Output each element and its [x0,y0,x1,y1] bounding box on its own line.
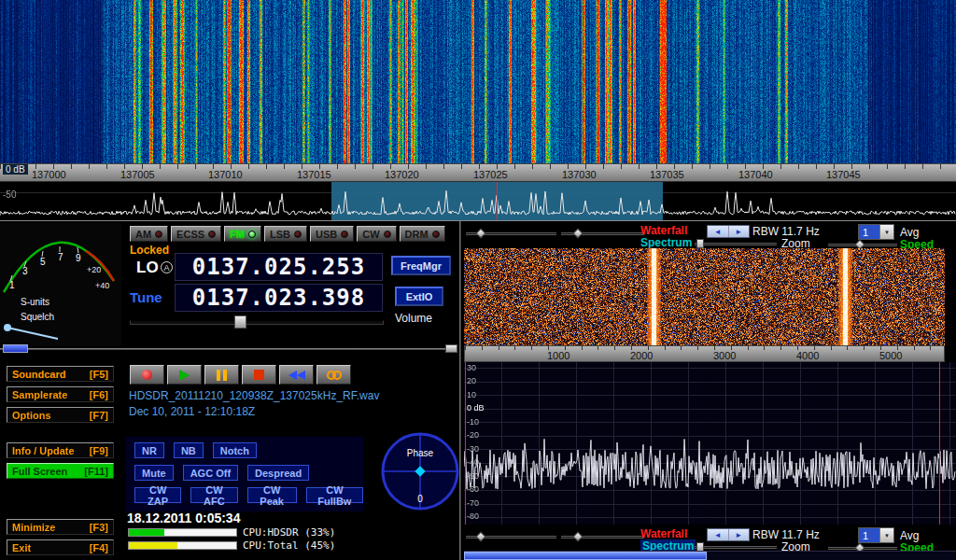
mode-button-fm[interactable]: FM [224,226,261,242]
squelch-slider[interactable] [3,344,28,353]
freq-scale-label: 1000 [547,350,569,361]
recording-date: Dec 10, 2011 - 12:10:18Z [129,405,255,418]
dsp-button-cw-zap[interactable]: CW ZAP [134,487,181,503]
slider-thumb[interactable] [572,228,583,238]
freq-scale-label: 137030 [562,169,597,180]
lo-a-badge[interactable]: A [161,261,173,273]
spectrum-toggle-top[interactable]: Spectrum [640,236,692,249]
loop-button[interactable] [316,365,351,385]
mode-label: LSB [270,229,290,240]
left-arrow-icon[interactable]: ◄ [708,529,729,540]
rewind-button[interactable] [279,365,314,385]
menu-button-samplerate[interactable]: Samplerate[F6] [7,386,114,402]
left-arrow-icon[interactable]: ◄ [708,226,729,237]
dsp-button-despread[interactable]: Despread [247,465,309,481]
slider-thumb[interactable] [696,239,704,248]
waterfall-brightness-slider-top[interactable] [466,229,556,239]
phase-value: 0 [417,494,423,504]
s-meter-plus40: +40 [95,281,109,290]
slider-track [695,546,777,549]
waterfall-contrast-slider-top[interactable] [561,229,644,239]
menu-button-fullscreen[interactable]: Full Screen[F11] [7,463,114,479]
s-meter-needle-hub [4,324,11,331]
splitter-handle[interactable] [445,344,457,353]
left-panel-separator [0,348,457,350]
hdsdr-window: { "app": {"name": "HDSDR"}, "top_panel":… [0,0,956,560]
freq-scale-label: 137005 [120,169,155,180]
avg-select-value[interactable]: 1 [859,528,879,542]
play-button[interactable] [167,365,202,385]
avg-select-top[interactable]: 1 ▼ [858,224,894,240]
mode-button-ecss[interactable]: ECSS [171,226,221,242]
menu-button-minimize[interactable]: Minimize[F3] [7,519,114,535]
avg-select-bottom[interactable]: 1 ▼ [858,527,894,543]
db-axis-label: -60 [467,484,479,494]
dsp-button-cw-peak[interactable]: CW Peak [247,487,297,503]
dsp-button-cw-fullbw[interactable]: CW FullBw [306,487,363,503]
freq-scale-label: 5000 [879,350,902,361]
upper-spectrum-display[interactable]: -50 [0,182,956,220]
menu-button-soundcard[interactable]: Soundcard[F5] [7,366,114,382]
mode-button-cw[interactable]: CW [357,226,396,242]
avg-select-value[interactable]: 1 [859,225,879,239]
lo-label: LO [136,259,159,277]
spectrum-pan-scrollbar[interactable] [464,551,956,560]
freqmgr-button[interactable]: FreqMgr [391,256,451,275]
volume-slider[interactable] [130,315,384,329]
mode-button-am[interactable]: AM [130,226,168,242]
upper-waterfall-display[interactable] [0,0,956,163]
slider-thumb[interactable] [475,531,485,541]
menu-key: [F5] [90,369,108,380]
pause-button[interactable] [204,365,239,385]
freq-scale-label: 137035 [650,169,684,180]
chevron-down-icon[interactable]: ▼ [879,528,893,542]
dsp-button-mute[interactable]: Mute [134,465,174,481]
menu-button-exit[interactable]: Exit[F4] [7,539,114,555]
play-icon [179,370,190,381]
extio-button[interactable]: ExtIO [395,287,443,306]
s-meter-tick-5: 5 [40,257,46,267]
lower-frequency-scale[interactable]: 1000 2000 3000 4000 5000 [464,345,945,362]
menu-button-info-update[interactable]: Info / Update[F9] [7,442,114,458]
mode-button-usb[interactable]: USB [310,226,354,242]
tune-frequency-display[interactable]: 0137.023.398 [175,284,383,312]
mode-button-lsb[interactable]: LSB [264,226,307,242]
dsp-button-agc-off[interactable]: AGC Off [183,465,238,481]
freq-scale-label: 137010 [208,169,243,180]
lower-waterfall-display[interactable] [464,248,945,345]
record-button[interactable] [130,365,164,385]
freq-scale-label: 4000 [796,350,819,361]
menu-button-options[interactable]: Options[F7] [7,407,114,423]
scrollbar-thumb[interactable] [464,552,707,560]
waterfall-toggle-top[interactable]: Waterfall [640,224,687,237]
dsp-button-nb[interactable]: NB [174,442,204,458]
db-axis-label: -70 [467,498,479,508]
waterfall-brightness-slider-bottom[interactable] [466,532,556,542]
mode-led [155,231,162,238]
menu-label: Options [12,410,51,421]
menu-label: Full Screen [12,466,67,477]
upper-frequency-scale[interactable]: 137000 137005 137010 137015 137020 13702… [0,163,956,182]
mode-led [341,231,348,238]
mode-button-drm[interactable]: DRM [400,226,445,242]
lo-frequency-display[interactable]: 0137.025.253 [175,253,383,281]
slider-thumb[interactable] [475,228,485,238]
lower-spectrum-canvas [464,362,956,525]
menu-key: [F4] [90,542,108,553]
db-axis-label: 10 [467,390,476,399]
display-split-arrows-top: ◄ ► [707,225,750,238]
slider-thumb[interactable] [572,531,583,541]
volume-slider-thumb[interactable] [234,315,246,329]
right-arrow-icon[interactable]: ► [729,226,750,237]
lower-spectrum-display[interactable]: 30 20 10 0 dB -10 -20 -30 -40 -50 -60 -7… [464,362,956,525]
stop-button[interactable] [242,365,276,385]
right-arrow-icon[interactable]: ► [729,529,750,540]
dsp-button-cw-afc[interactable]: CW AFC [190,487,237,503]
chevron-down-icon[interactable]: ▼ [879,225,893,239]
waterfall-contrast-slider-bottom[interactable] [561,532,644,542]
waterfall-toggle-bottom[interactable]: Waterfall [640,527,687,540]
phase-label: Phase [407,448,434,458]
dsp-button-nr[interactable]: NR [134,442,164,458]
dsp-button-notch[interactable]: Notch [213,442,257,458]
freq-scale-label: 2000 [630,350,653,361]
